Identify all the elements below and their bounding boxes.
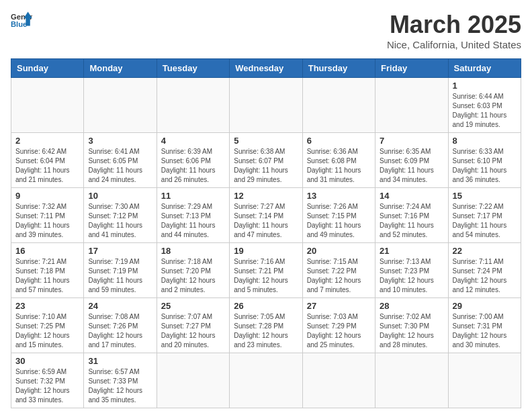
calendar-cell [157,78,229,133]
calendar-cell: 30Sunrise: 6:59 AM Sunset: 7:32 PM Dayli… [11,353,84,408]
day-info: Sunrise: 7:24 AM Sunset: 7:16 PM Dayligh… [380,202,443,240]
calendar-cell: 21Sunrise: 7:13 AM Sunset: 7:23 PM Dayli… [375,243,448,298]
day-info: Sunrise: 7:22 AM Sunset: 7:17 PM Dayligh… [453,202,517,240]
day-number: 8 [453,136,517,146]
calendar-cell [11,78,84,133]
col-header-thursday: Thursday [302,59,375,78]
calendar-cell: 7Sunrise: 6:35 AM Sunset: 6:09 PM Daylig… [375,133,448,188]
week-row-5: 30Sunrise: 6:59 AM Sunset: 7:32 PM Dayli… [11,353,521,408]
day-info: Sunrise: 7:30 AM Sunset: 7:12 PM Dayligh… [88,202,152,240]
day-info: Sunrise: 7:07 AM Sunset: 7:27 PM Dayligh… [161,312,225,350]
calendar-cell: 20Sunrise: 7:15 AM Sunset: 7:22 PM Dayli… [302,243,375,298]
calendar-cell: 2Sunrise: 6:42 AM Sunset: 6:04 PM Daylig… [11,133,84,188]
calendar-cell: 15Sunrise: 7:22 AM Sunset: 7:17 PM Dayli… [448,188,521,243]
week-row-3: 16Sunrise: 7:21 AM Sunset: 7:18 PM Dayli… [11,243,521,298]
calendar-cell: 3Sunrise: 6:41 AM Sunset: 6:05 PM Daylig… [84,133,157,188]
day-number: 30 [15,356,79,366]
calendar-cell: 16Sunrise: 7:21 AM Sunset: 7:18 PM Dayli… [11,243,84,298]
day-number: 24 [88,301,152,311]
day-number: 13 [307,191,371,201]
day-info: Sunrise: 6:42 AM Sunset: 6:04 PM Dayligh… [15,147,79,185]
day-info: Sunrise: 7:26 AM Sunset: 7:15 PM Dayligh… [307,202,371,240]
calendar-cell [230,78,302,133]
calendar-cell: 24Sunrise: 7:08 AM Sunset: 7:26 PM Dayli… [84,298,157,353]
subtitle: Nice, California, United States [387,39,521,50]
calendar-cell [302,353,375,408]
day-info: Sunrise: 6:35 AM Sunset: 6:09 PM Dayligh… [380,147,443,185]
svg-text:Blue: Blue [11,20,27,28]
day-number: 16 [15,246,79,256]
day-number: 3 [88,136,152,146]
day-number: 14 [380,191,443,201]
calendar-cell [84,78,157,133]
calendar-cell: 22Sunrise: 7:11 AM Sunset: 7:24 PM Dayli… [448,243,521,298]
day-info: Sunrise: 7:27 AM Sunset: 7:14 PM Dayligh… [234,202,298,240]
day-info: Sunrise: 7:21 AM Sunset: 7:18 PM Dayligh… [15,257,79,295]
day-info: Sunrise: 6:36 AM Sunset: 6:08 PM Dayligh… [307,147,371,185]
calendar-cell: 10Sunrise: 7:30 AM Sunset: 7:12 PM Dayli… [84,188,157,243]
day-info: Sunrise: 6:59 AM Sunset: 7:32 PM Dayligh… [15,367,79,405]
main-title: March 2025 [387,11,521,39]
col-header-wednesday: Wednesday [230,59,302,78]
day-info: Sunrise: 7:05 AM Sunset: 7:28 PM Dayligh… [234,312,298,350]
calendar-cell: 19Sunrise: 7:16 AM Sunset: 7:21 PM Dayli… [230,243,302,298]
calendar-cell: 26Sunrise: 7:05 AM Sunset: 7:28 PM Dayli… [230,298,302,353]
day-number: 6 [307,136,371,146]
week-row-0: 1Sunrise: 6:44 AM Sunset: 6:03 PM Daylig… [11,78,521,133]
day-number: 10 [88,191,152,201]
day-info: Sunrise: 7:32 AM Sunset: 7:11 PM Dayligh… [15,202,79,240]
calendar-cell: 31Sunrise: 6:57 AM Sunset: 7:33 PM Dayli… [84,353,157,408]
logo: General Blue [11,11,32,30]
col-header-monday: Monday [84,59,157,78]
day-number: 5 [234,136,298,146]
day-number: 26 [234,301,298,311]
calendar-cell: 5Sunrise: 6:38 AM Sunset: 6:07 PM Daylig… [230,133,302,188]
col-header-saturday: Saturday [448,59,521,78]
logo-icon: General Blue [11,11,32,30]
calendar-cell: 28Sunrise: 7:02 AM Sunset: 7:30 PM Dayli… [375,298,448,353]
day-number: 12 [234,191,298,201]
day-number: 18 [161,246,225,256]
day-number: 15 [453,191,517,201]
day-info: Sunrise: 7:08 AM Sunset: 7:26 PM Dayligh… [88,312,152,350]
calendar-header-row: SundayMondayTuesdayWednesdayThursdayFrid… [11,59,521,78]
day-info: Sunrise: 7:13 AM Sunset: 7:23 PM Dayligh… [380,257,443,295]
day-info: Sunrise: 6:39 AM Sunset: 6:06 PM Dayligh… [161,147,225,185]
day-number: 31 [88,356,152,366]
day-number: 22 [453,246,517,256]
day-info: Sunrise: 7:19 AM Sunset: 7:19 PM Dayligh… [88,257,152,295]
day-number: 9 [15,191,79,201]
day-number: 21 [380,246,443,256]
col-header-tuesday: Tuesday [157,59,229,78]
calendar-cell: 25Sunrise: 7:07 AM Sunset: 7:27 PM Dayli… [157,298,229,353]
calendar-cell: 18Sunrise: 7:18 AM Sunset: 7:20 PM Dayli… [157,243,229,298]
week-row-1: 2Sunrise: 6:42 AM Sunset: 6:04 PM Daylig… [11,133,521,188]
day-number: 23 [15,301,79,311]
day-number: 11 [161,191,225,201]
calendar-cell: 6Sunrise: 6:36 AM Sunset: 6:08 PM Daylig… [302,133,375,188]
day-info: Sunrise: 7:03 AM Sunset: 7:29 PM Dayligh… [307,312,371,350]
day-number: 17 [88,246,152,256]
calendar-cell: 23Sunrise: 7:10 AM Sunset: 7:25 PM Dayli… [11,298,84,353]
calendar-cell [157,353,229,408]
day-info: Sunrise: 7:18 AM Sunset: 7:20 PM Dayligh… [161,257,225,295]
calendar-cell [375,353,448,408]
calendar-cell: 13Sunrise: 7:26 AM Sunset: 7:15 PM Dayli… [302,188,375,243]
day-info: Sunrise: 6:41 AM Sunset: 6:05 PM Dayligh… [88,147,152,185]
day-number: 20 [307,246,371,256]
day-info: Sunrise: 7:29 AM Sunset: 7:13 PM Dayligh… [161,202,225,240]
day-info: Sunrise: 7:02 AM Sunset: 7:30 PM Dayligh… [380,312,443,350]
day-info: Sunrise: 7:16 AM Sunset: 7:21 PM Dayligh… [234,257,298,295]
calendar-cell: 14Sunrise: 7:24 AM Sunset: 7:16 PM Dayli… [375,188,448,243]
day-info: Sunrise: 7:15 AM Sunset: 7:22 PM Dayligh… [307,257,371,295]
day-info: Sunrise: 6:38 AM Sunset: 6:07 PM Dayligh… [234,147,298,185]
day-number: 27 [307,301,371,311]
day-info: Sunrise: 6:33 AM Sunset: 6:10 PM Dayligh… [453,147,517,185]
col-header-sunday: Sunday [11,59,84,78]
day-info: Sunrise: 6:57 AM Sunset: 7:33 PM Dayligh… [88,367,152,405]
calendar-cell [448,353,521,408]
week-row-4: 23Sunrise: 7:10 AM Sunset: 7:25 PM Dayli… [11,298,521,353]
calendar-cell: 9Sunrise: 7:32 AM Sunset: 7:11 PM Daylig… [11,188,84,243]
day-number: 1 [453,81,517,91]
day-number: 2 [15,136,79,146]
